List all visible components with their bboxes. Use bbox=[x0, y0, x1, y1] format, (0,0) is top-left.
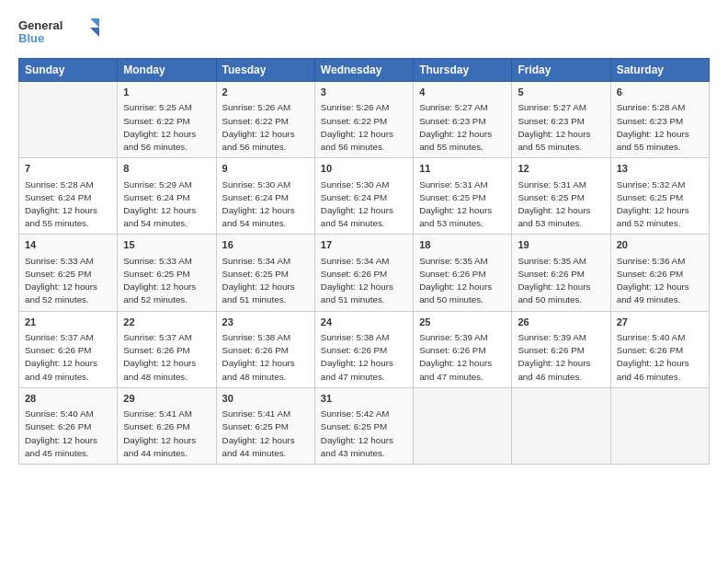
day-number: 6 bbox=[617, 86, 703, 99]
day-info: Sunrise: 5:38 AMSunset: 6:26 PMDaylight:… bbox=[321, 331, 407, 384]
day-info: Sunrise: 5:33 AMSunset: 6:25 PMDaylight:… bbox=[123, 255, 210, 307]
calendar-cell: 15Sunrise: 5:33 AMSunset: 6:25 PMDayligh… bbox=[118, 235, 216, 311]
day-info: Sunrise: 5:26 AMSunset: 6:22 PMDaylight:… bbox=[321, 101, 407, 154]
week-row-1: 1Sunrise: 5:25 AMSunset: 6:22 PMDaylight… bbox=[19, 82, 710, 158]
day-info: Sunrise: 5:41 AMSunset: 6:25 PMDaylight:… bbox=[222, 408, 309, 460]
day-number: 14 bbox=[25, 238, 111, 252]
column-header-sunday: Sunday bbox=[19, 59, 118, 82]
calendar-cell: 17Sunrise: 5:34 AMSunset: 6:26 PMDayligh… bbox=[314, 235, 413, 311]
calendar-table: SundayMondayTuesdayWednesdayThursdayFrid… bbox=[18, 58, 710, 465]
column-header-tuesday: Tuesday bbox=[216, 59, 314, 82]
svg-text:Blue: Blue bbox=[18, 31, 44, 45]
day-info: Sunrise: 5:39 AMSunset: 6:26 PMDaylight:… bbox=[419, 331, 506, 384]
logo: General Blue bbox=[18, 17, 101, 49]
day-number: 4 bbox=[419, 86, 506, 99]
day-number: 9 bbox=[222, 162, 309, 176]
calendar-cell: 1Sunrise: 5:25 AMSunset: 6:22 PMDaylight… bbox=[118, 82, 216, 158]
calendar-cell bbox=[19, 82, 118, 158]
day-number: 21 bbox=[25, 316, 111, 329]
day-number: 16 bbox=[222, 238, 309, 252]
calendar-cell: 22Sunrise: 5:37 AMSunset: 6:26 PMDayligh… bbox=[118, 311, 216, 387]
calendar-cell: 9Sunrise: 5:30 AMSunset: 6:24 PMDaylight… bbox=[216, 158, 314, 235]
day-info: Sunrise: 5:32 AMSunset: 6:25 PMDaylight:… bbox=[617, 178, 703, 231]
calendar-cell: 29Sunrise: 5:41 AMSunset: 6:26 PMDayligh… bbox=[118, 387, 216, 464]
day-number: 25 bbox=[419, 316, 506, 329]
column-header-thursday: Thursday bbox=[414, 59, 512, 82]
week-row-5: 28Sunrise: 5:40 AMSunset: 6:26 PMDayligh… bbox=[19, 387, 710, 464]
day-number: 18 bbox=[419, 238, 506, 252]
day-info: Sunrise: 5:30 AMSunset: 6:24 PMDaylight:… bbox=[321, 178, 407, 231]
calendar-cell: 16Sunrise: 5:34 AMSunset: 6:25 PMDayligh… bbox=[216, 235, 314, 311]
day-number: 10 bbox=[321, 162, 407, 176]
calendar-cell: 8Sunrise: 5:29 AMSunset: 6:24 PMDaylight… bbox=[118, 158, 216, 235]
day-number: 20 bbox=[617, 238, 703, 252]
day-info: Sunrise: 5:40 AMSunset: 6:26 PMDaylight:… bbox=[25, 408, 111, 460]
day-number: 24 bbox=[321, 316, 407, 329]
calendar-cell bbox=[414, 387, 512, 464]
calendar-cell: 30Sunrise: 5:41 AMSunset: 6:25 PMDayligh… bbox=[216, 387, 314, 464]
calendar-cell: 27Sunrise: 5:40 AMSunset: 6:26 PMDayligh… bbox=[610, 311, 709, 387]
day-info: Sunrise: 5:27 AMSunset: 6:23 PMDaylight:… bbox=[419, 101, 506, 154]
day-info: Sunrise: 5:29 AMSunset: 6:24 PMDaylight:… bbox=[123, 178, 210, 231]
calendar-cell: 14Sunrise: 5:33 AMSunset: 6:25 PMDayligh… bbox=[19, 235, 118, 311]
day-number: 26 bbox=[518, 316, 604, 329]
day-info: Sunrise: 5:31 AMSunset: 6:25 PMDaylight:… bbox=[419, 178, 506, 231]
header: General Blue bbox=[18, 17, 710, 49]
week-row-2: 7Sunrise: 5:28 AMSunset: 6:24 PMDaylight… bbox=[19, 158, 710, 235]
day-number: 30 bbox=[222, 392, 309, 406]
calendar-cell: 10Sunrise: 5:30 AMSunset: 6:24 PMDayligh… bbox=[314, 158, 413, 235]
calendar-cell: 25Sunrise: 5:39 AMSunset: 6:26 PMDayligh… bbox=[414, 311, 512, 387]
day-info: Sunrise: 5:41 AMSunset: 6:26 PMDaylight:… bbox=[123, 408, 210, 460]
calendar-cell: 21Sunrise: 5:37 AMSunset: 6:26 PMDayligh… bbox=[19, 311, 118, 387]
calendar-cell: 3Sunrise: 5:26 AMSunset: 6:22 PMDaylight… bbox=[314, 82, 413, 158]
day-info: Sunrise: 5:37 AMSunset: 6:26 PMDaylight:… bbox=[123, 331, 210, 384]
calendar-cell: 18Sunrise: 5:35 AMSunset: 6:26 PMDayligh… bbox=[414, 235, 512, 311]
day-number: 8 bbox=[123, 162, 210, 176]
day-number: 19 bbox=[518, 238, 604, 252]
day-number: 11 bbox=[419, 162, 506, 176]
calendar-cell: 20Sunrise: 5:36 AMSunset: 6:26 PMDayligh… bbox=[610, 235, 709, 311]
day-number: 15 bbox=[123, 238, 210, 252]
calendar-cell: 5Sunrise: 5:27 AMSunset: 6:23 PMDaylight… bbox=[512, 82, 610, 158]
week-row-3: 14Sunrise: 5:33 AMSunset: 6:25 PMDayligh… bbox=[19, 235, 710, 311]
calendar-cell: 28Sunrise: 5:40 AMSunset: 6:26 PMDayligh… bbox=[19, 387, 118, 464]
day-info: Sunrise: 5:42 AMSunset: 6:25 PMDaylight:… bbox=[321, 408, 407, 460]
calendar-cell: 4Sunrise: 5:27 AMSunset: 6:23 PMDaylight… bbox=[414, 82, 512, 158]
day-number: 1 bbox=[123, 86, 210, 99]
page-container: General Blue SundayMondayTuesdayWednesda… bbox=[0, 0, 728, 476]
logo-svg: General Blue bbox=[18, 17, 101, 49]
calendar-cell bbox=[512, 387, 610, 464]
day-info: Sunrise: 5:36 AMSunset: 6:26 PMDaylight:… bbox=[617, 255, 703, 307]
day-info: Sunrise: 5:40 AMSunset: 6:26 PMDaylight:… bbox=[617, 331, 703, 384]
day-info: Sunrise: 5:34 AMSunset: 6:26 PMDaylight:… bbox=[321, 255, 407, 307]
day-number: 3 bbox=[321, 86, 407, 99]
calendar-cell: 31Sunrise: 5:42 AMSunset: 6:25 PMDayligh… bbox=[314, 387, 413, 464]
calendar-cell: 11Sunrise: 5:31 AMSunset: 6:25 PMDayligh… bbox=[414, 158, 512, 235]
calendar-cell bbox=[610, 387, 709, 464]
column-header-monday: Monday bbox=[118, 59, 216, 82]
calendar-header-row: SundayMondayTuesdayWednesdayThursdayFrid… bbox=[19, 59, 710, 82]
day-number: 22 bbox=[123, 316, 210, 329]
day-info: Sunrise: 5:33 AMSunset: 6:25 PMDaylight:… bbox=[25, 255, 111, 307]
day-number: 12 bbox=[518, 162, 604, 176]
calendar-cell: 24Sunrise: 5:38 AMSunset: 6:26 PMDayligh… bbox=[314, 311, 413, 387]
day-number: 23 bbox=[222, 316, 309, 329]
calendar-cell: 19Sunrise: 5:35 AMSunset: 6:26 PMDayligh… bbox=[512, 235, 610, 311]
day-info: Sunrise: 5:30 AMSunset: 6:24 PMDaylight:… bbox=[222, 178, 309, 231]
day-number: 13 bbox=[617, 162, 703, 176]
day-info: Sunrise: 5:37 AMSunset: 6:26 PMDaylight:… bbox=[25, 331, 111, 384]
column-header-saturday: Saturday bbox=[610, 59, 709, 82]
calendar-cell: 6Sunrise: 5:28 AMSunset: 6:23 PMDaylight… bbox=[610, 82, 709, 158]
day-number: 29 bbox=[123, 392, 210, 406]
calendar-cell: 12Sunrise: 5:31 AMSunset: 6:25 PMDayligh… bbox=[512, 158, 610, 235]
calendar-cell: 23Sunrise: 5:38 AMSunset: 6:26 PMDayligh… bbox=[216, 311, 314, 387]
day-info: Sunrise: 5:27 AMSunset: 6:23 PMDaylight:… bbox=[518, 101, 604, 154]
day-info: Sunrise: 5:39 AMSunset: 6:26 PMDaylight:… bbox=[518, 331, 604, 384]
day-info: Sunrise: 5:28 AMSunset: 6:24 PMDaylight:… bbox=[25, 178, 111, 231]
day-info: Sunrise: 5:28 AMSunset: 6:23 PMDaylight:… bbox=[617, 101, 703, 154]
column-header-wednesday: Wednesday bbox=[314, 59, 413, 82]
week-row-4: 21Sunrise: 5:37 AMSunset: 6:26 PMDayligh… bbox=[19, 311, 710, 387]
day-number: 7 bbox=[25, 162, 111, 176]
day-info: Sunrise: 5:31 AMSunset: 6:25 PMDaylight:… bbox=[518, 178, 604, 231]
day-info: Sunrise: 5:35 AMSunset: 6:26 PMDaylight:… bbox=[518, 255, 604, 307]
